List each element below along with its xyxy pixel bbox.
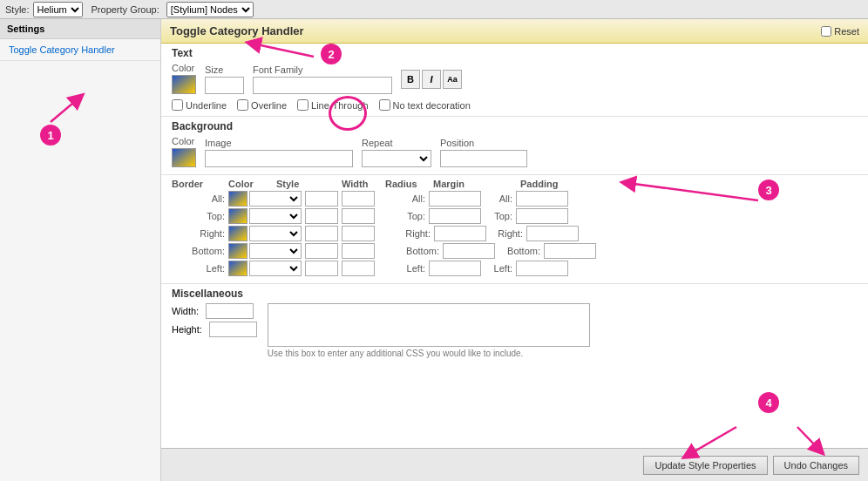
bg-position-group: Position (440, 138, 527, 167)
sidebar: Settings Toggle Category Handler (0, 19, 161, 481)
padding-left-input[interactable] (516, 261, 568, 276)
aa-button[interactable]: Aa (443, 70, 462, 89)
misc-height-input[interactable] (209, 322, 257, 337)
border-col-border: Border (172, 179, 228, 189)
padding-left-label: Left: (488, 263, 512, 274)
linethrough-item: Line-Through (297, 99, 368, 111)
bold-button[interactable]: B (401, 70, 420, 89)
border-top-width[interactable] (305, 208, 338, 224)
bg-color-label: Color (172, 136, 196, 146)
reset-checkbox[interactable] (821, 26, 831, 37)
border-right-color[interactable] (228, 226, 248, 241)
bg-controls-row: Color Image Repeat repeat repeat-x repea… (172, 136, 858, 169)
style-label: Style: (5, 4, 30, 15)
border-right-width[interactable] (305, 226, 338, 241)
border-row-right: Right: soliddasheddotted Right: Right: (172, 226, 858, 241)
misc-width-input[interactable] (206, 303, 254, 319)
linethrough-label: Line-Through (311, 100, 368, 111)
padding-bottom-input[interactable] (544, 243, 596, 259)
border-left-radius[interactable] (342, 261, 375, 276)
property-group-select[interactable]: [Stylium] Nodes (166, 2, 254, 17)
misc-css-group: Use this box to enter any additional CSS… (268, 303, 590, 358)
misc-css-hint: Use this box to enter any additional CSS… (268, 349, 590, 358)
border-col-radius: Radius (385, 179, 433, 189)
border-row-bottom: Bottom: soliddasheddotted Bottom: Bottom… (172, 243, 858, 259)
bg-image-input[interactable] (205, 150, 353, 167)
border-left-label: Left: (172, 263, 228, 274)
border-right-style[interactable]: soliddasheddotted (249, 226, 302, 241)
text-size-input[interactable]: 20px (205, 77, 244, 94)
update-button[interactable]: Update Style Properties (643, 456, 767, 475)
border-bottom-color[interactable] (228, 243, 248, 259)
format-buttons: B I Aa (401, 70, 462, 90)
border-all-width[interactable] (305, 191, 338, 207)
margin-bottom-input[interactable] (443, 243, 495, 259)
text-color-label: Color (172, 63, 196, 73)
border-left-width[interactable] (305, 261, 338, 276)
border-top-radius[interactable] (342, 208, 375, 224)
underline-checkbox[interactable] (172, 99, 183, 111)
misc-css-textarea[interactable] (268, 303, 590, 347)
border-left-style[interactable]: soliddasheddotted (249, 261, 302, 276)
bg-position-label: Position (440, 138, 527, 148)
border-top-color[interactable] (228, 208, 248, 224)
overline-checkbox[interactable] (237, 99, 248, 111)
bg-position-input[interactable] (440, 150, 527, 167)
text-size-group: Size 20px (205, 64, 244, 94)
border-section: Border Color Style Width Radius Margin P… (161, 175, 868, 284)
margin-top-input[interactable] (429, 208, 481, 224)
margin-right-input[interactable] (434, 226, 486, 241)
border-right-label: Right: (172, 228, 228, 239)
overline-label: Overline (251, 100, 287, 111)
overline-item: Overline (237, 99, 287, 111)
border-all-color[interactable] (228, 191, 248, 207)
text-fontfamily-input[interactable] (253, 77, 392, 94)
sidebar-item-toggle-category[interactable]: Toggle Category Handler (0, 39, 160, 61)
reset-button[interactable]: Reset (821, 26, 859, 37)
margin-left-input[interactable] (429, 261, 481, 276)
sidebar-header: Settings (0, 19, 160, 39)
reset-label: Reset (834, 26, 859, 37)
border-col-width: Width (342, 179, 385, 189)
margin-right-label: Right: (401, 228, 431, 239)
text-controls-row: Color Size 20px Font Family B I Aa (172, 63, 858, 96)
style-select[interactable]: Helium (33, 2, 83, 17)
misc-width-row: Width: (172, 303, 257, 319)
text-section: Text Color Size 20px Font Family B I A (161, 44, 868, 117)
border-right-radius[interactable] (342, 226, 375, 241)
linethrough-checkbox[interactable] (297, 99, 309, 111)
border-all-label: All: (172, 193, 228, 204)
nodecoration-label: No text decoration (393, 100, 471, 111)
text-decoration-row: Underline Overline Line-Through No text … (172, 99, 858, 111)
undo-button[interactable]: Undo Changes (773, 456, 859, 475)
border-bottom-style[interactable]: soliddasheddotted (249, 243, 302, 259)
background-section: Background Color Image Repeat repeat rep… (161, 117, 868, 175)
bg-color-swatch[interactable] (172, 148, 196, 167)
bg-repeat-group: Repeat repeat repeat-x repeat-y no-repea… (362, 138, 431, 167)
border-all-radius[interactable] (342, 191, 375, 207)
misc-dimensions: Width: Height: (172, 303, 257, 340)
border-all-style[interactable]: soliddasheddotted (249, 191, 302, 207)
content-panel: Toggle Category Handler Reset Text Color… (161, 19, 868, 481)
bg-repeat-select[interactable]: repeat repeat-x repeat-y no-repeat (362, 150, 431, 167)
padding-top-label: Top: (488, 211, 512, 221)
border-col-headers: Border Color Style Width Radius Margin P… (172, 179, 858, 189)
border-left-color[interactable] (228, 261, 248, 276)
text-color-group: Color (172, 63, 196, 96)
text-fontfamily-label: Font Family (253, 64, 392, 75)
bg-section-title: Background (172, 120, 858, 132)
margin-all-input[interactable] (429, 191, 481, 207)
padding-all-input[interactable] (516, 191, 568, 207)
border-bottom-radius[interactable] (342, 243, 375, 259)
italic-button[interactable]: I (422, 70, 441, 89)
border-col-margin: Margin (433, 179, 520, 189)
misc-height-label: Height: (172, 324, 202, 335)
panel-header: Toggle Category Handler Reset (161, 19, 868, 44)
nodecoration-checkbox[interactable] (379, 99, 390, 111)
bg-image-label: Image (205, 138, 353, 148)
padding-top-input[interactable] (516, 208, 568, 224)
border-top-style[interactable]: soliddasheddotted (249, 208, 302, 224)
border-bottom-width[interactable] (305, 243, 338, 259)
padding-right-input[interactable] (526, 226, 579, 241)
text-color-swatch[interactable] (172, 75, 196, 94)
